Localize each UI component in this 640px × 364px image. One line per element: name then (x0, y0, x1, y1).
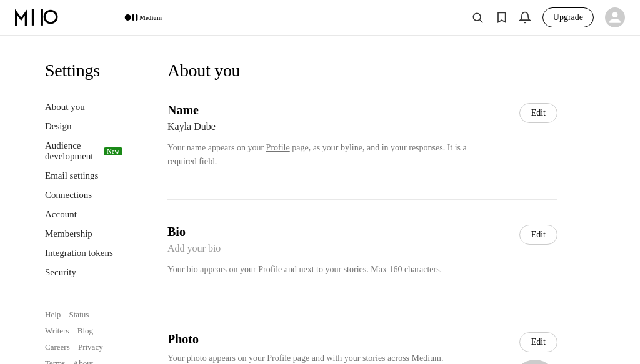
name-label: Name (168, 103, 480, 117)
header-actions: Upgrade (471, 7, 625, 27)
main-content: About you Name Kayla Dube Your name appe… (138, 36, 588, 364)
sidebar-item-email-settings[interactable]: Email settings (45, 167, 122, 185)
svg-point-4 (473, 13, 481, 21)
photo-section-content: Photo Your photo appears on your Profile… (168, 332, 558, 364)
name-section-left: Name Kayla Dube Your name appears on you… (168, 103, 480, 169)
photo-edit-button[interactable]: Edit (519, 332, 558, 352)
bio-section: Bio Add your bio Your bio appears on you… (168, 225, 558, 307)
profile-link-bio[interactable]: Profile (258, 265, 282, 274)
footer-link-help[interactable]: Help (45, 310, 61, 319)
footer-link-blog[interactable]: Blog (78, 326, 93, 335)
footer-link-privacy[interactable]: Privacy (78, 342, 103, 352)
upgrade-button[interactable]: Upgrade (542, 7, 594, 27)
sidebar-item-label: Email settings (45, 170, 98, 181)
sidebar-item-security[interactable]: Security (45, 263, 122, 282)
settings-sidebar: Settings About you Design Audience devel… (0, 36, 138, 364)
svg-rect-1 (132, 14, 134, 21)
footer-link-about[interactable]: About (73, 358, 94, 364)
medium-logo-svg (15, 9, 124, 26)
sidebar-item-about-you[interactable]: About you (45, 98, 122, 116)
sidebar-item-label: Integration tokens (45, 248, 113, 258)
profile-link-name[interactable]: Profile (266, 143, 290, 152)
profile-link-photo[interactable]: Profile (267, 353, 291, 363)
svg-text:Medium: Medium (139, 14, 161, 21)
sidebar-item-label: Connections (45, 190, 92, 200)
photo-right: Edit (498, 332, 558, 364)
footer-link-status[interactable]: Status (69, 310, 89, 319)
sidebar-item-membership[interactable]: Membership (45, 225, 122, 243)
sidebar-item-label: Security (45, 267, 76, 278)
photo-avatar-preview (512, 360, 558, 364)
page-title: About you (168, 61, 558, 81)
app-header: Medium Upgrade (0, 0, 640, 36)
svg-line-5 (480, 20, 483, 23)
medium-logo-mark: Medium (124, 9, 168, 26)
bio-section-header: Bio Add your bio Your bio appears on you… (168, 225, 558, 277)
new-badge: New (104, 147, 122, 155)
sidebar-navigation: About you Design Audience development Ne… (45, 98, 122, 282)
logo[interactable]: Medium (15, 9, 168, 26)
bio-label: Bio (168, 225, 442, 239)
sidebar-item-label: Design (45, 121, 72, 132)
footer-link-terms[interactable]: Terms (45, 358, 65, 364)
photo-label: Photo (168, 332, 482, 347)
sidebar-title: Settings (45, 61, 122, 81)
name-value: Kayla Dube (168, 121, 480, 132)
photo-section-left: Photo Your photo appears on your Profile… (168, 332, 482, 364)
photo-section-header: Photo Your photo appears on your Profile… (168, 332, 558, 364)
name-section: Name Kayla Dube Your name appears on you… (168, 103, 558, 200)
bio-placeholder: Add your bio (168, 243, 442, 254)
sidebar-item-label: About you (45, 102, 85, 112)
name-description: Your name appears on your Profile page, … (168, 141, 480, 169)
sidebar-item-account[interactable]: Account (45, 205, 122, 224)
bookmark-icon[interactable] (495, 11, 508, 24)
bio-edit-button[interactable]: Edit (519, 225, 558, 245)
svg-rect-2 (136, 14, 138, 21)
sidebar-item-integration-tokens[interactable]: Integration tokens (45, 244, 122, 262)
name-section-header: Name Kayla Dube Your name appears on you… (168, 103, 558, 169)
search-icon[interactable] (471, 11, 484, 24)
footer-link-writers[interactable]: Writers (45, 326, 69, 335)
notification-icon[interactable] (519, 11, 531, 24)
svg-point-0 (125, 14, 131, 21)
bio-section-left: Bio Add your bio Your bio appears on you… (168, 225, 442, 277)
photo-description: Your photo appears on your Profile page … (168, 352, 480, 364)
sidebar-item-label: Membership (45, 229, 92, 239)
sidebar-item-audience-development[interactable]: Audience development New (45, 137, 122, 165)
photo-section: Photo Your photo appears on your Profile… (168, 332, 558, 364)
name-edit-button[interactable]: Edit (519, 103, 558, 123)
sidebar-item-label: Account (45, 209, 77, 220)
bio-description: Your bio appears on your Profile and nex… (168, 263, 442, 277)
sidebar-item-connections[interactable]: Connections (45, 186, 122, 204)
user-avatar[interactable] (605, 7, 625, 27)
sidebar-item-design[interactable]: Design (45, 117, 122, 135)
sidebar-item-label: Audience development (45, 140, 100, 162)
footer-link-careers[interactable]: Careers (45, 342, 70, 352)
page-layout: Settings About you Design Audience devel… (0, 36, 640, 364)
sidebar-footer: Help Status Writers Blog Careers Privacy… (45, 307, 122, 364)
